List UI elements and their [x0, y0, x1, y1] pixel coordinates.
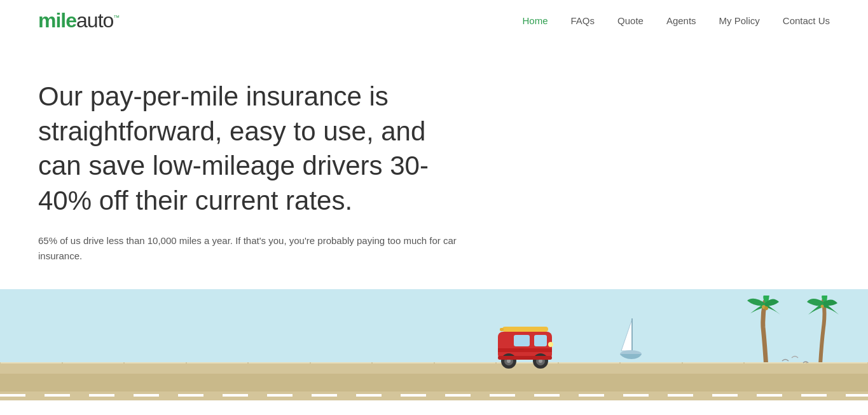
nav-item-agents[interactable]: Agents — [666, 15, 696, 27]
van-illustration — [495, 325, 552, 370]
hero-subtext: 65% of us drive less than 10,000 miles a… — [38, 233, 458, 264]
svg-rect-6 — [502, 327, 548, 332]
logo-mile: mile — [38, 9, 76, 32]
nav-item-contactus[interactable]: Contact Us — [783, 15, 830, 27]
nav-link-agents[interactable]: Agents — [666, 15, 696, 26]
svg-rect-7 — [500, 328, 504, 331]
road — [0, 364, 868, 400]
sky-background — [0, 289, 868, 372]
nav-link-contactus[interactable]: Contact Us — [783, 15, 830, 26]
svg-rect-9 — [534, 335, 547, 346]
svg-rect-18 — [498, 356, 552, 360]
svg-point-19 — [548, 342, 553, 347]
logo-auto: auto — [76, 9, 113, 32]
sailboat-illustration — [616, 316, 648, 364]
hero-section: Our pay-per-mile insurance is straightfo… — [0, 41, 509, 289]
nav-link-mypolicy[interactable]: My Policy — [719, 15, 760, 26]
svg-marker-0 — [621, 319, 632, 351]
hero-illustration — [0, 289, 868, 400]
nav-link-quote[interactable]: Quote — [617, 15, 644, 26]
svg-rect-20 — [519, 348, 524, 350]
hero-heading: Our pay-per-mile insurance is straightfo… — [38, 79, 471, 218]
nav-item-faqs[interactable]: FAQs — [571, 15, 595, 27]
svg-rect-11 — [498, 348, 552, 352]
svg-rect-10 — [514, 335, 530, 346]
svg-point-4 — [764, 306, 768, 310]
nav-links: Home FAQs Quote Agents My Policy Contact… — [523, 15, 830, 27]
nav-link-faqs[interactable]: FAQs — [571, 15, 595, 26]
nav-link-home[interactable]: Home — [523, 15, 548, 26]
navbar: mileauto™ Home FAQs Quote Agents My Poli… — [0, 0, 868, 41]
logo[interactable]: mileauto™ — [38, 9, 119, 32]
seagulls-illustration — [779, 351, 817, 372]
nav-item-quote[interactable]: Quote — [617, 15, 644, 27]
road-dashes — [0, 394, 868, 397]
logo-tm: ™ — [113, 14, 119, 21]
svg-point-5 — [821, 305, 824, 308]
nav-item-home[interactable]: Home — [523, 15, 548, 27]
nav-item-mypolicy[interactable]: My Policy — [719, 15, 760, 27]
road-surface — [0, 374, 868, 391]
